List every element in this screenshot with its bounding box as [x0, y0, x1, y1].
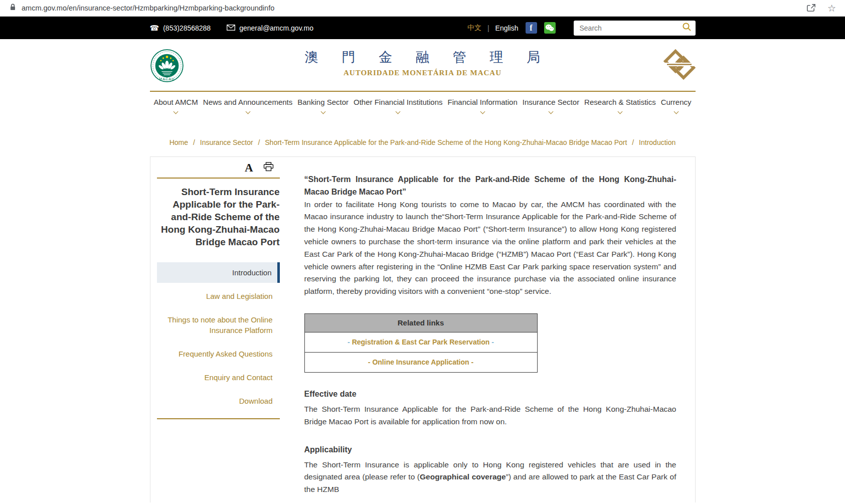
email-contact[interactable]: general@amcm.gov.mo: [227, 24, 313, 32]
site-title-chinese: 澳 門 金 融 管 理 局: [150, 48, 696, 66]
geographical-coverage-bold: Geographical coverage: [420, 472, 506, 481]
article-heading: “Short-Term Insurance Applicable for the…: [304, 174, 677, 199]
chevron-down-icon: [673, 109, 679, 114]
sidebar-item-introduction[interactable]: Introduction: [157, 262, 280, 283]
email-address: general@amcm.gov.mo: [239, 24, 313, 32]
chevron-down-icon: [617, 109, 622, 114]
section-effective-date: Effective date The Short-Term Insurance …: [304, 390, 677, 428]
sidebar-item-download[interactable]: Download: [157, 391, 280, 411]
wechat-icon[interactable]: [544, 22, 556, 34]
amcm-gold-logo: [662, 47, 696, 84]
share-icon[interactable]: [806, 3, 816, 14]
nav-item-news[interactable]: News and Announcements: [203, 98, 292, 113]
nav-item-research-statistics[interactable]: Research & Statistics: [584, 98, 656, 113]
nav-item-about-amcm[interactable]: About AMCM: [154, 98, 198, 113]
nav-item-insurance-sector[interactable]: Insurance Sector: [523, 98, 579, 113]
nav-item-currency[interactable]: Currency: [661, 98, 692, 113]
sidebar-page-title: Short-Term Insurance Applicable for the …: [157, 186, 280, 248]
related-links-table: Related links - Registration & East Car …: [304, 313, 538, 373]
section-applicability: Applicability The Short-Term Insurance i…: [304, 445, 677, 496]
sidebar-item-enquiry-contact[interactable]: Enquiry and Contact: [157, 367, 280, 388]
related-link-row: - Registration & East Car Park Reservati…: [304, 332, 537, 352]
browser-address-bar: amcm.gov.mo/en/insurance-sector/Hzmbpark…: [0, 0, 845, 17]
emblem-macau-text: MACAU: [159, 77, 175, 81]
search-icon[interactable]: [682, 22, 692, 34]
section-body: The Short-Term Insurance Applicable for …: [304, 403, 677, 428]
article-intro-paragraph: In order to facilitate Hong Kong tourist…: [304, 199, 677, 298]
sidebar: A Short-Term Insurance Applicable for th…: [150, 157, 280, 502]
sidebar-item-things-to-note[interactable]: Things to note about the Online Insuranc…: [157, 309, 280, 341]
language-english-link[interactable]: English: [495, 24, 519, 32]
chevron-down-icon: [174, 109, 179, 114]
sidebar-item-faq[interactable]: Frequently Asked Questions: [157, 344, 280, 364]
section-heading: Effective date: [304, 390, 677, 399]
breadcrumb-insurance-sector[interactable]: Insurance Sector: [200, 138, 253, 146]
language-chinese-link[interactable]: 中文: [467, 24, 481, 33]
site-title-portuguese: AUTORIDADE MONETÁRIA DE MACAU: [150, 69, 696, 77]
sidebar-top-rule: [157, 178, 280, 179]
sidebar-bottom-rule: [157, 418, 280, 419]
search-box: [574, 21, 696, 36]
related-link-row: - Online Insurance Application -: [304, 352, 537, 372]
link-online-insurance-application[interactable]: Online Insurance Application: [372, 358, 469, 366]
lock-icon: [9, 3, 17, 13]
chevron-down-icon: [245, 109, 250, 114]
chevron-down-icon: [548, 109, 553, 114]
related-links-header: Related links: [304, 313, 537, 332]
bookmark-star-icon[interactable]: ☆: [827, 4, 836, 13]
site-header: MACAU 澳 門 金 融 管 理 局 AUTORIDADE MONETÁRIA…: [0, 39, 845, 91]
section-body: The Short-Term Insurance is applicable o…: [304, 459, 677, 496]
breadcrumb-home[interactable]: Home: [170, 138, 188, 146]
chevron-down-icon: [480, 109, 485, 114]
nav-item-banking-sector[interactable]: Banking Sector: [297, 98, 349, 113]
breadcrumb: Home / Insurance Sector / Short-Term Ins…: [150, 138, 696, 146]
print-icon[interactable]: [263, 162, 274, 174]
chevron-down-icon: [320, 109, 325, 114]
breadcrumb-introduction[interactable]: Introduction: [639, 138, 675, 146]
phone-number: (853)28568288: [163, 24, 211, 32]
main-content: “Short-Term Insurance Applicable for the…: [280, 157, 695, 502]
content-container: A Short-Term Insurance Applicable for th…: [150, 156, 696, 502]
url-text[interactable]: amcm.gov.mo/en/insurance-sector/Hzmbpark…: [22, 4, 274, 12]
utility-topbar: ☎ (853)28568288 general@amcm.gov.mo 中文 |…: [0, 17, 845, 39]
section-heading: Applicability: [304, 445, 677, 454]
macau-emblem-logo: MACAU: [150, 49, 184, 85]
link-registration-east-car-park[interactable]: Registration & East Car Park Reservation: [352, 338, 490, 346]
chevron-down-icon: [396, 109, 401, 114]
nav-item-financial-information[interactable]: Financial Information: [448, 98, 518, 113]
phone-icon: ☎: [150, 24, 159, 33]
phone-contact[interactable]: ☎ (853)28568288: [150, 24, 211, 33]
search-input[interactable]: [580, 24, 682, 32]
sidebar-item-law-and-legislation[interactable]: Law and Legislation: [157, 286, 280, 306]
breadcrumb-scheme-page[interactable]: Short-Term Insurance Applicable for the …: [265, 138, 627, 146]
envelope-icon: [227, 24, 235, 32]
nav-item-other-financial-institutions[interactable]: Other Financial Institutions: [354, 98, 443, 113]
language-separator: |: [487, 24, 489, 32]
font-size-tool[interactable]: A: [245, 162, 253, 174]
facebook-icon[interactable]: f: [526, 22, 537, 34]
primary-navigation: About AMCM News and Announcements Bankin…: [150, 91, 696, 118]
